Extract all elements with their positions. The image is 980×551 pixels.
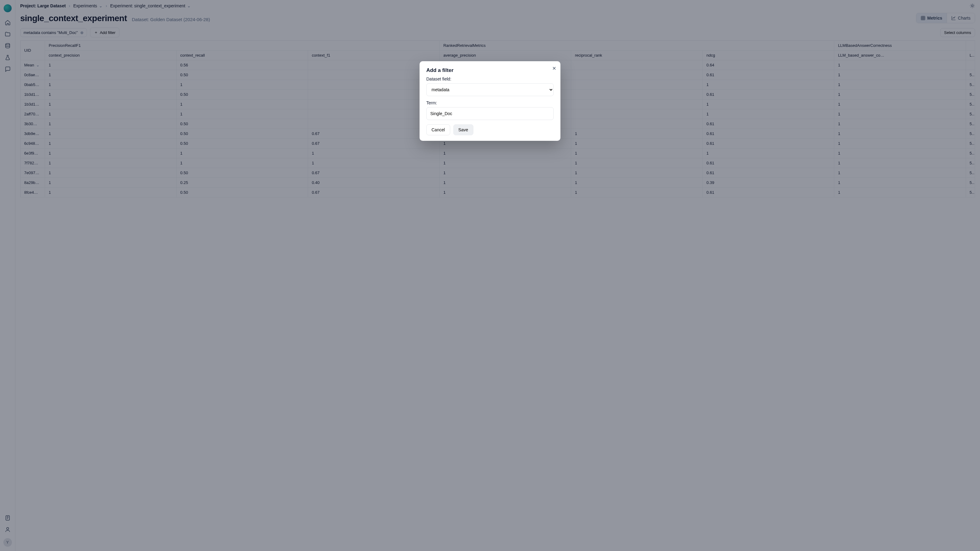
save-button[interactable]: Save [453,124,474,135]
add-filter-modal: ✕ Add a filter Dataset field: metadata T… [420,61,560,141]
modal-title: Add a filter [426,67,554,73]
dataset-field-select[interactable]: metadata [426,83,554,96]
cancel-button[interactable]: Cancel [426,124,450,135]
field-label: Dataset field: [426,76,452,81]
close-icon[interactable]: ✕ [552,65,556,71]
term-label: Term: [426,100,437,105]
modal-overlay[interactable]: ✕ Add a filter Dataset field: metadata T… [0,0,980,551]
term-input[interactable] [426,107,554,120]
